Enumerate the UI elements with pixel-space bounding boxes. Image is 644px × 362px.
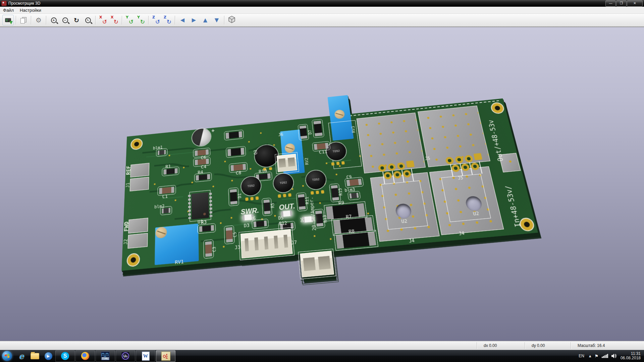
move-left-button[interactable]: ◀ — [177, 15, 188, 25]
silkscreen-r15: R15 — [337, 188, 343, 196]
via-ring — [402, 170, 412, 178]
silkscreen-c11: C11 — [319, 149, 328, 155]
close-button[interactable]: ✕ — [627, 0, 643, 7]
taskbar-item-schematic-app[interactable] — [156, 350, 175, 362]
pcb-board: TO92TO92TO92TO92REFJ1FWDJ2blm1R1C6C4R4C1… — [121, 99, 538, 271]
silkscreen-r4: R4 — [198, 169, 203, 175]
silkscreen-d3: D3 — [244, 222, 250, 228]
smd-capacitor — [205, 241, 212, 257]
menu-item-file[interactable]: Файл — [0, 7, 17, 13]
silkscreen-r1: R1 — [165, 164, 171, 169]
taskbar-item-logic-analyzer[interactable]: open.PSDA — [96, 350, 115, 362]
copy-image-icon — [20, 17, 26, 23]
language-indicator[interactable]: EN — [577, 353, 586, 359]
soic-ic — [192, 192, 209, 219]
taskbar-item-firefox[interactable] — [75, 350, 95, 362]
transistor-pad — [278, 194, 281, 198]
volume-icon[interactable] — [611, 354, 617, 358]
reload-board-button[interactable]: ▼ — [2, 15, 14, 25]
taskbar-item-u3-app[interactable]: U3 — [116, 350, 135, 362]
rotate-x-cw-button[interactable]: X↻ — [109, 15, 120, 25]
via-ring — [454, 156, 464, 164]
via-ring — [387, 163, 396, 171]
copy-image-button[interactable] — [18, 15, 29, 25]
taskbar-item-word[interactable]: W — [136, 350, 155, 362]
system-tray: EN ▲ ⚑ 11:31 06.08.2018 — [577, 352, 644, 360]
menu-item-settings[interactable]: Настройки — [17, 7, 44, 13]
via-ring — [397, 162, 406, 170]
silkscreen-r8: R8 — [348, 228, 355, 235]
silkscreen-rv2: RV2 — [304, 158, 309, 165]
rotate-y-cw-icon: Y↻ — [137, 16, 145, 24]
transistor-pad — [288, 193, 291, 197]
rotate-z-ccw-button[interactable]: Z↺ — [151, 15, 161, 25]
3d-viewport[interactable]: TO92TO92TO92TO92REFJ1FWDJ2blm1R1C6C4R4C1… — [0, 27, 644, 341]
silkscreen-c1: C1 — [162, 193, 168, 199]
restore-button[interactable]: ❐ — [616, 0, 627, 7]
rotate-z-cw-button[interactable]: Z↻ — [162, 15, 173, 25]
via-ring — [464, 155, 474, 163]
logic-analyzer-icon: open.PSDA — [101, 352, 110, 360]
status-bar: dx 0.00 dy 0.00 Масштаб: 16.4 — [0, 341, 644, 350]
clock[interactable]: 11:31 06.08.2018 — [621, 352, 641, 360]
tray-date: 06.08.2018 — [621, 356, 641, 360]
transistor-pad — [341, 161, 345, 165]
move-right-button[interactable]: ▶ — [189, 15, 199, 25]
taskbar-item-skype[interactable]: S — [55, 350, 75, 362]
silkscreen-r11: R11 — [304, 196, 310, 204]
silkscreen-c5: C5 — [232, 232, 237, 238]
silkscreen-r7: R7 — [345, 214, 352, 220]
silkscreen-r13: R13 — [322, 215, 328, 223]
silkscreen-c4: C4 — [201, 164, 207, 170]
rotate-y-ccw-button[interactable]: Y↺ — [124, 15, 135, 25]
start-icon — [5, 354, 10, 358]
action-center-flag-icon[interactable]: ⚑ — [595, 354, 599, 358]
silkscreen-j5a: J5 — [424, 156, 430, 161]
rotate-z-ccw-icon: Z↺ — [152, 16, 160, 24]
ortho-view-icon — [228, 16, 235, 24]
silkscreen-j3: J3 — [234, 244, 240, 250]
hidden-icons-arrow-icon[interactable]: ▲ — [589, 355, 591, 358]
taskbar-item-media-player[interactable]: ▶ — [42, 350, 55, 362]
zoom-out-button[interactable]: − — [60, 15, 70, 25]
silkscreen-ref: REF — [125, 166, 131, 175]
silkscreen-out: OUT. — [279, 202, 296, 212]
smd-resistor — [162, 208, 170, 214]
skype-icon: S — [61, 352, 69, 360]
silkscreen-u2b: U2 — [472, 210, 480, 217]
start-button[interactable] — [2, 351, 12, 361]
silkscreen-d5: D5 — [278, 215, 284, 220]
settings-button[interactable]: ⚙ — [33, 15, 44, 25]
connector-pads — [130, 163, 150, 191]
silkscreen-r5: R5 — [270, 203, 275, 208]
taskbar-item-internet-explorer[interactable]: e — [15, 350, 28, 362]
silkscreen-r10: R10 — [259, 168, 267, 174]
move-up-icon: ▲ — [203, 17, 207, 23]
smd-resistor — [158, 150, 166, 155]
silkscreen-c8: C8 — [235, 170, 241, 176]
zoom-fit-button[interactable]: ↖ — [83, 15, 93, 25]
silkscreen-c9: C9 — [346, 175, 352, 180]
rotate-y-cw-button[interactable]: Y↻ — [136, 15, 146, 25]
rotate-x-ccw-button[interactable]: X↺ — [98, 15, 108, 25]
status-dy: dy 0.00 — [525, 342, 571, 349]
redraw-view-button[interactable]: ↻ — [71, 15, 82, 25]
settings-icon: ⚙ — [36, 17, 42, 23]
minimize-button[interactable]: — — [605, 0, 616, 7]
move-up-button[interactable]: ▲ — [200, 15, 211, 25]
silkscreen-rv3: RV3 — [351, 126, 356, 133]
transistor-pad — [245, 197, 248, 201]
transistor-pad — [256, 196, 259, 200]
zoom-in-button[interactable]: + — [48, 15, 59, 25]
smd-resistor — [264, 199, 271, 214]
ortho-view-button[interactable] — [226, 15, 237, 25]
silkscreen-c6: C6 — [201, 155, 206, 161]
internet-explorer-icon: e — [19, 351, 24, 361]
silkscreen-d6: D6 — [300, 217, 305, 223]
wire-connector — [300, 251, 334, 278]
taskbar-item-windows-explorer[interactable] — [28, 350, 42, 362]
via-ring — [378, 164, 387, 172]
title-bar[interactable]: Просмотрщик 3D — ❐ ✕ — [0, 0, 644, 7]
network-icon[interactable] — [602, 354, 608, 358]
move-down-button[interactable]: ▼ — [211, 15, 222, 25]
